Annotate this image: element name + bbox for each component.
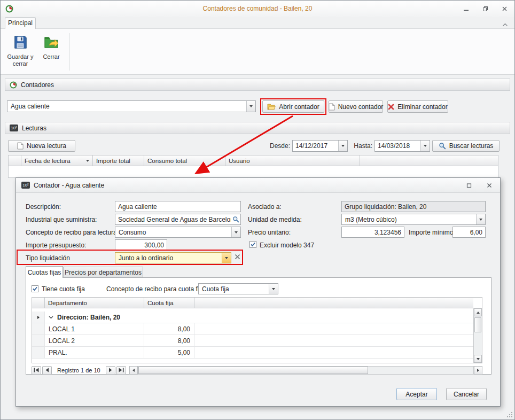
check-icon — [32, 286, 38, 292]
excluir-label: Excluir modelo 347 — [260, 239, 314, 251]
presupuesto-field[interactable]: 300,00 — [115, 239, 167, 251]
ribbon: Guardar y cerrar Cerrar — [1, 29, 514, 75]
horizontal-scrollbar[interactable] — [129, 366, 482, 375]
tipo-liquidacion-combobox[interactable]: Junto a lo ordinario — [115, 252, 231, 263]
vscroll-thumb[interactable] — [474, 317, 481, 332]
window-controls — [461, 4, 510, 13]
hasta-dropdown-button[interactable] — [420, 141, 430, 151]
column-importe-label: Importe total — [96, 158, 130, 164]
desde-dropdown-button[interactable] — [338, 141, 347, 151]
buscar-lecturas-button[interactable]: Buscar lecturas — [432, 140, 500, 152]
vertical-scrollbar[interactable] — [473, 308, 482, 363]
nav-first-button[interactable] — [32, 366, 41, 375]
contadores-icon — [10, 81, 17, 89]
excluir-checkbox[interactable] — [249, 241, 256, 248]
minimize-icon[interactable] — [461, 4, 471, 13]
prev-record-icon — [45, 368, 49, 372]
first-record-icon — [34, 368, 39, 372]
tipo-liquidacion-value: Junto a lo ordinario — [115, 253, 222, 263]
nav-next-button[interactable] — [106, 366, 115, 375]
contador-combobox[interactable]: Agua caliente — [7, 100, 256, 112]
tab-precios-departamentos[interactable]: Precios por departamentos — [63, 267, 143, 277]
cancelar-button[interactable]: Cancelar — [446, 388, 487, 400]
tab-precios-label: Precios por departamentos — [65, 269, 142, 276]
row-indicator-cell — [32, 312, 45, 323]
close-icon[interactable] — [499, 4, 510, 13]
vscroll-up-button[interactable] — [474, 308, 482, 316]
chevron-down-icon — [225, 257, 228, 259]
column-fecha-de-lectura[interactable]: Fecha de lectura — [21, 155, 93, 166]
row-indicator-cell — [32, 323, 45, 335]
industrial-search-button[interactable] — [231, 216, 240, 223]
concepto-label: Concepto de recibo para lectura: — [26, 227, 119, 238]
search-icon — [439, 142, 446, 150]
aceptar-button[interactable]: Aceptar — [396, 388, 437, 400]
desde-date-field[interactable]: 14/12/2017 — [292, 140, 348, 152]
descripcion-label: Descripción: — [26, 201, 61, 212]
column-departamento[interactable]: Departamento — [45, 298, 144, 308]
restore-icon[interactable] — [480, 4, 490, 13]
column-consumo-total[interactable]: Consumo total — [144, 155, 225, 166]
save-close-button[interactable]: Guardar y cerrar — [6, 31, 35, 73]
vscroll-down-button[interactable] — [474, 355, 482, 363]
tab-principal[interactable]: Principal — [5, 17, 36, 29]
hasta-date-field[interactable]: 14/03/2018 — [374, 140, 430, 152]
concepto-combobox[interactable]: Consumo — [115, 227, 241, 238]
cuotas-tab-panel: Tiene cuota fija Concepto de recibo para… — [26, 277, 491, 375]
tipo-dropdown-button[interactable] — [222, 253, 231, 263]
concepto-cuota-dropdown-button[interactable] — [269, 284, 278, 294]
lecturas-group-header: 10² Lecturas — [5, 122, 510, 134]
resize-grip[interactable] — [506, 411, 513, 420]
nav-last-button[interactable] — [116, 366, 126, 375]
importe-minimo-field[interactable]: 6,00 — [452, 227, 486, 238]
tab-cuotas-fijas[interactable]: Cuotas fijas — [26, 266, 63, 278]
contador-dropdown-button[interactable] — [246, 101, 255, 112]
new-document-icon — [17, 142, 24, 150]
dialog-restore-icon[interactable] — [464, 181, 474, 190]
group-row-direccion[interactable]: Direccion: Bailén, 20 — [32, 312, 473, 323]
descripcion-field[interactable]: Agua caliente — [115, 201, 241, 212]
eliminar-contador-button[interactable]: Eliminar contador — [387, 100, 448, 113]
nueva-lectura-button[interactable]: Nueva lectura — [8, 140, 75, 152]
concepto-cuota-combobox[interactable]: Cuota fija — [198, 283, 278, 294]
hscroll-right-button[interactable] — [474, 366, 482, 375]
dialog-titlebar: 10² Contador - Agua caliente — [16, 178, 500, 193]
lecturas-grid-body[interactable] — [8, 166, 498, 178]
tiene-cuota-checkbox[interactable] — [32, 285, 38, 292]
hscroll-thumb[interactable] — [138, 367, 368, 374]
row-indicator-cell — [32, 347, 45, 358]
concepto-dropdown-button[interactable] — [231, 227, 240, 237]
window-title: Contadores de comunidad - Bailen, 20 — [1, 5, 514, 12]
table-row[interactable]: PRAL. 5,00 — [32, 347, 473, 359]
precio-field[interactable]: 3,123456 — [341, 227, 404, 238]
dialog-close-icon[interactable] — [484, 181, 495, 190]
unidad-label: Unidad de medida: — [248, 214, 302, 225]
open-folder-icon — [267, 103, 276, 111]
hscroll-left-button[interactable] — [129, 366, 138, 375]
unidad-combobox[interactable]: m3 (Metro cúbico) — [341, 214, 486, 225]
lecturas-filter-row: Desde: 14/12/2017 Hasta: 14/03/2018 Busc… — [267, 140, 500, 152]
industrial-field[interactable]: Sociedad General de Aguas de Barcelona, … — [115, 214, 241, 225]
column-importe-total[interactable]: Importe total — [93, 155, 144, 166]
desde-date-value: 14/12/2017 — [293, 142, 338, 150]
abrir-contador-button[interactable]: Abrir contador — [262, 100, 324, 113]
group-row-content[interactable]: Direccion: Bailén, 20 — [45, 312, 473, 323]
concepto-cuota-label: Concepto de recibo para cuota fija: — [106, 283, 206, 294]
ribbon-collapse-icon[interactable] — [502, 21, 508, 28]
tipo-liquidacion-label: Tipo liquidación — [26, 252, 70, 263]
nav-prev-button[interactable] — [42, 366, 52, 375]
table-row[interactable]: LOCAL 1 8,00 — [32, 323, 473, 335]
concepto-cuota-value: Cuota fija — [199, 284, 269, 294]
arrow-up-icon — [477, 312, 480, 314]
unidad-dropdown-button[interactable] — [476, 214, 485, 224]
table-row[interactable]: LOCAL 2 8,00 — [32, 335, 473, 347]
column-cuota-fija[interactable]: Cuota fija — [144, 298, 194, 308]
nuevo-contador-button[interactable]: Nuevo contador — [329, 100, 383, 113]
column-usuario[interactable]: Usuario — [225, 155, 360, 166]
close-ribbon-button[interactable]: Cerrar — [37, 31, 66, 73]
chevron-down-icon — [424, 145, 427, 147]
hscroll-track[interactable] — [138, 366, 474, 375]
tipo-clear-button[interactable] — [235, 254, 240, 261]
close-folder-icon — [43, 34, 59, 52]
column-cuota-label: Cuota fija — [147, 300, 174, 306]
